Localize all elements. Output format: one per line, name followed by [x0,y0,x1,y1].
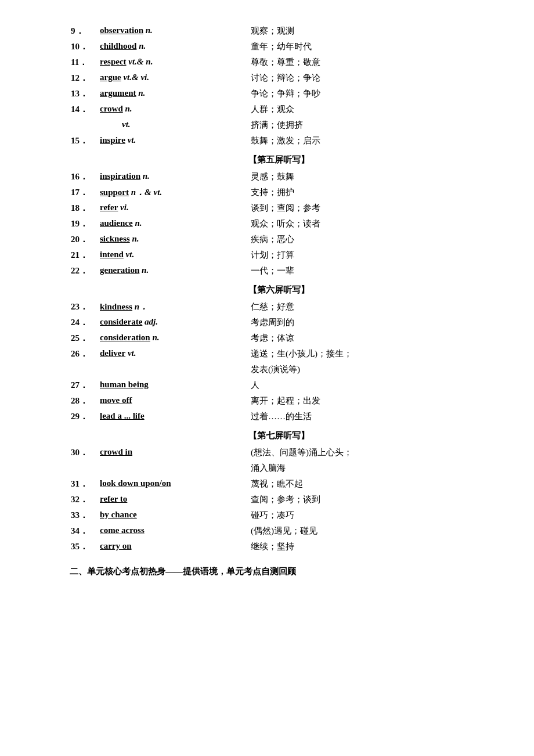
entry-definition: (想法、问题等)涌上心头； [250,445,488,460]
entry-definition: 考虑周到的 [250,315,488,330]
entry-number: 20． [70,232,99,247]
entry-number: 30． [70,445,99,460]
entry-word: considerate adj. [99,315,250,330]
entry-definition: 递送；生(小孩儿)；接生； [250,346,488,362]
word-text: respect [100,57,127,66]
list-item: 14．crowd n.人群；观众 [70,102,488,117]
word-text: consideration [100,333,150,342]
list-item: 21．intend vt.计划；打算 [70,247,488,263]
entry-definition: 考虑；体谅 [250,330,488,346]
entry-number [70,117,99,133]
entry-word: argue vt.& vi. [99,70,250,86]
entry-definition: 观众；听众；读者 [250,216,488,232]
entry-definition: 观察；观测 [250,23,488,39]
entry-word: lead a ... life [99,409,250,424]
vocab-table-4: 30．crowd in(想法、问题等)涌上心头；涌入脑海31．look down… [70,445,488,555]
list-item: 16．inspiration n.灵感；鼓舞 [70,169,488,185]
entry-word: sickness n. [99,232,250,247]
word-text: by chance [100,510,137,519]
entry-word: crowd n. [99,102,250,117]
pos-text: n. [130,234,139,243]
pos-text: n. [140,171,150,181]
entry-definition: 蔑视；瞧不起 [250,476,488,492]
list-item: 31．look down upon/on蔑视；瞧不起 [70,476,488,492]
entry-word: move off [99,393,250,409]
pos-text: n. [136,41,146,51]
list-item: 10．childhood n.童年；幼年时代 [70,39,488,55]
section2-header: 【第五屏听写】 [70,149,488,169]
word-text: argument [100,88,136,98]
entry-definition: 讨论；辩论；争论 [250,70,488,86]
entry-word: kindness n． [99,299,250,315]
entry-word: vt. [99,117,250,133]
entry-word: human being [99,377,250,393]
entry-word: support n．& vt. [99,185,250,200]
word-text: move off [100,395,132,405]
entry-number: 18． [70,200,99,216]
pos-text: adj. [142,317,158,326]
list-item: 32．refer to查阅；参考；谈到 [70,492,488,507]
entry-word: observation n. [99,23,250,39]
entry-number: 19． [70,216,99,232]
word-text: crowd [100,104,123,113]
entry-definition: 鼓舞；激发；启示 [250,133,488,149]
entry-number: 35． [70,539,99,555]
entry-number: 31． [70,476,99,492]
list-item: 27．human being人 [70,377,488,393]
pos-text: vt.& n. [127,57,153,66]
entry-number: 28． [70,393,99,409]
pos-text: vt. [125,135,136,145]
word-text: intend [100,250,124,259]
entry-number: 23． [70,299,99,315]
list-item: 12．argue vt.& vi.讨论；辩论；争论 [70,70,488,86]
entry-number: 26． [70,346,99,362]
word-text: human being [100,380,149,389]
entry-definition: 查阅；参考；谈到 [250,492,488,507]
list-item: 18．refer vi.谈到；查阅；参考 [70,200,488,216]
entry-word: refer to [99,492,250,507]
list-item: 23．kindness n．仁慈；好意 [70,299,488,315]
word-text: deliver [100,348,125,358]
entry-definition: 童年；幼年时代 [250,39,488,55]
entry-number: 22． [70,263,99,279]
entry-word: argument n. [99,86,250,102]
list-item: 29．lead a ... life过着……的生活 [70,409,488,424]
entry-definition: 谈到；查阅；参考 [250,200,488,216]
entry-number: 10． [70,39,99,55]
bottom-note: 二、单元核心考点初热身——提供语境，单元考点自测回顾 [70,566,488,577]
entry-word: inspire vt. [99,133,250,149]
word-text: inspire [100,135,125,145]
word-text: inspiration [100,171,140,181]
entry-definition: 支持；拥护 [250,185,488,200]
list-item: 19．audience n.观众；听众；读者 [70,216,488,232]
list-item: 20．sickness n.疾病；恶心 [70,232,488,247]
entry-definition: 发表(演说等) [250,362,488,377]
list-item: 9．observation n.观察；观测 [70,23,488,39]
pos-text: n． [132,302,148,311]
entry-number: 12． [70,70,99,86]
entry-definition: 过着……的生活 [250,409,488,424]
pos-text: vt. [124,250,134,259]
entry-definition: 仁慈；好意 [250,299,488,315]
entry-definition: 挤满；使拥挤 [250,117,488,133]
entry-definition: 碰巧；凑巧 [250,507,488,523]
pos-text: vt. [122,120,131,129]
entry-number: 11． [70,55,99,70]
list-item: 33．by chance碰巧；凑巧 [70,507,488,523]
entry-number: 14． [70,102,99,117]
pos-text: vt.& vi. [121,73,149,82]
list-item: 26．deliver vt.递送；生(小孩儿)；接生； [70,346,488,362]
list-item: vt.挤满；使拥挤 [70,117,488,133]
list-item: 25．consideration n.考虑；体谅 [70,330,488,346]
entry-word: come across [99,523,250,539]
entry-number: 24． [70,315,99,330]
entry-word: look down upon/on [99,476,250,492]
pos-text: n. [150,333,160,342]
entry-number: 33． [70,507,99,523]
entry-word: by chance [99,507,250,523]
list-item: 28．move off离开；起程；出发 [70,393,488,409]
word-text: kindness [100,302,132,311]
entry-definition: 一代；一辈 [250,263,488,279]
pos-text: n．& vt. [129,188,162,197]
pos-text: vt. [125,348,136,358]
